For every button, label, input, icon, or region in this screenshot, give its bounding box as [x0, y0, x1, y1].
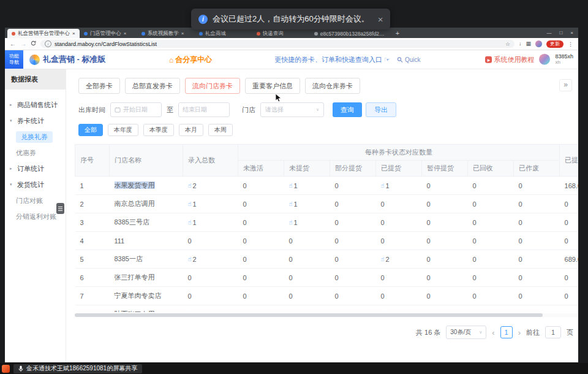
refresh-button[interactable] [31, 40, 36, 47]
tab-title: 礼盒商城 [205, 30, 226, 37]
tab-close-icon[interactable]: × [72, 31, 75, 36]
cell-total: ☝1 [183, 195, 238, 213]
share-center-link[interactable]: ⌂ 合分享中心 [169, 55, 212, 65]
download-icon[interactable]: ↓ [519, 41, 522, 47]
sidebar-item-label: 发货统计 [17, 180, 44, 189]
video-tutorial-icon: ▶ [485, 56, 492, 63]
browser-tab[interactable]: 礼盒商城 [195, 29, 252, 38]
tab-close-icon[interactable]: × [124, 31, 127, 36]
content-tab[interactable]: 全部券卡 [78, 78, 120, 94]
profile-avatar[interactable] [535, 40, 542, 47]
quick-entry-link[interactable]: 更快捷的券卡、订单和快递查询入口 ☞ Quick [274, 55, 420, 64]
notification-close-icon[interactable]: × [378, 14, 383, 25]
tutorial-link[interactable]: ▶ 系统使用教程 [485, 55, 534, 64]
content-tab[interactable]: 流向仓库券卡 [305, 78, 360, 94]
status-col-header: 未提货 [284, 161, 330, 177]
tab-title: 礼盒营销平台管理中心 [18, 30, 70, 37]
card-count-link[interactable]: ☝1 [289, 219, 298, 226]
card-count-link[interactable]: ☝1 [188, 200, 197, 208]
card-count-link[interactable]: ☝1 [289, 182, 298, 189]
card-count-link[interactable]: ☝2 [381, 256, 390, 263]
screen-share-bar: 金禾通技术王斌18662591081的屏幕共享 [0, 363, 588, 374]
tab-close-icon[interactable]: × [181, 31, 184, 36]
browser-tab[interactable]: 礼盒营销平台管理中心× [7, 29, 80, 38]
browser-tab[interactable]: 系统视频教学× [137, 29, 195, 38]
end-date-input[interactable]: 结束日期 [178, 102, 230, 117]
card-count-link[interactable]: ☝5 [188, 311, 197, 312]
cell-status: 0 [376, 287, 422, 305]
screen: i 会议已超过2人，自动转为60分钟限时会议。 × 礼盒营销平台管理中心×门店管… [0, 0, 588, 374]
browser-tab[interactable]: 门店管理中心× [80, 29, 137, 38]
prev-page-button[interactable]: ‹ [492, 328, 494, 337]
address-bar[interactable]: i standard.maboy.cn/CardFlowStatisticsLi… [40, 40, 514, 48]
card-count-link[interactable]: ☝1 [188, 219, 197, 226]
sidebar-item[interactable]: ▾券卡统计 [5, 113, 66, 129]
user-avatar[interactable] [539, 54, 550, 65]
status-col-header: 已作废 [514, 161, 560, 177]
card-count-link[interactable]: ☝4 [381, 311, 390, 312]
sidebar-item-label: 券卡统计 [17, 116, 44, 126]
content-tab[interactable]: 流向门店券卡 [185, 78, 240, 94]
browser-update-button[interactable]: 更新 [546, 40, 564, 48]
chevron-down-icon: ∨ [316, 107, 319, 112]
quick-range-chip[interactable]: 本年度 [108, 124, 138, 136]
page-number-current[interactable]: 1 [500, 326, 513, 338]
browser-tab[interactable]: 快递查询 [252, 29, 310, 38]
quick-label: Quick [405, 56, 421, 63]
quick-range-chip[interactable]: 全部 [78, 124, 103, 136]
quick-range-chip[interactable]: 本月 [179, 124, 203, 136]
quick-range-chip[interactable]: 本周 [208, 124, 233, 136]
scrollbar-thumb[interactable] [75, 313, 543, 317]
tabs-overflow-button[interactable]: » [559, 79, 572, 91]
extensions-icon[interactable]: ▦ [526, 41, 531, 47]
goto-page-input[interactable]: 1 [545, 326, 561, 338]
quick-search[interactable]: Quick [397, 56, 421, 63]
back-button[interactable]: ← [10, 41, 16, 47]
card-count-value: 1 [193, 219, 197, 226]
sidebar-collapse-handle[interactable] [56, 203, 64, 214]
card-count-link[interactable]: ☝1 [289, 200, 298, 208]
sidebar-item[interactable]: ▾发货统计 [5, 177, 66, 193]
export-button[interactable]: 导出 [366, 102, 396, 117]
sidebar-item[interactable]: ▸订单统计 [5, 161, 66, 177]
window-minimize-button[interactable]: — [546, 30, 551, 36]
bookmark-star-icon[interactable]: ☆ [505, 41, 510, 47]
main-content: 全部券卡总部直发券卡流向门店券卡重要客户信息流向仓库券卡 » 出库时间 开始日期… [66, 69, 578, 362]
search-button[interactable]: 查询 [333, 102, 362, 117]
mouse-cursor [275, 93, 282, 105]
page-size-select[interactable]: 30条/页 ∨ [446, 326, 486, 339]
content-tab[interactable]: 重要客户信息 [245, 78, 300, 94]
cell-status: 0 [514, 305, 560, 313]
cell-total: ☝5 [183, 305, 238, 313]
table-row: 1水果发货专用☝20☝10☝1000168.0 [75, 177, 579, 195]
cell-status: 0 [376, 213, 422, 232]
sidebar-subitem[interactable]: 兑换礼券 [5, 129, 66, 145]
sidebar-item[interactable]: ▸商品销售统计 [5, 97, 66, 113]
browser-tab[interactable]: e8c573980b1328a258fd2a6f [310, 29, 391, 38]
store-select[interactable]: 请选择 ∨ [260, 102, 324, 117]
quick-range-chip[interactable]: 本季度 [143, 124, 174, 136]
goto-label: 前往 [526, 328, 540, 337]
card-count-link[interactable]: ☝2 [188, 182, 197, 189]
sidebar-subitem[interactable]: 优惠券 [5, 145, 66, 161]
next-page-button[interactable]: › [518, 328, 521, 337]
cell-seq: 5 [75, 250, 110, 269]
window-maximize-button[interactable]: □ [559, 30, 562, 36]
window-close-button[interactable]: × [570, 30, 573, 36]
sidebar-title: 数据报表 [5, 69, 66, 90]
function-nav-button[interactable]: 功能 导航 [5, 50, 23, 69]
forward-button[interactable]: → [20, 41, 26, 47]
horizontal-scrollbar[interactable] [75, 313, 578, 317]
table-row: 6张三打单专用000000000 [75, 269, 579, 287]
card-count-link[interactable]: ☝2 [188, 256, 197, 263]
table-row: 7宁夏羊肉专卖店000000000 [75, 287, 579, 305]
meeting-app-icon[interactable] [2, 365, 10, 373]
new-tab-button[interactable]: + [396, 29, 399, 37]
screen-share-indicator[interactable]: 金禾通技术王斌18662591081的屏幕共享 [13, 364, 142, 373]
site-info-icon[interactable]: i [45, 40, 51, 47]
cell-status: 0 [422, 213, 468, 232]
content-tab[interactable]: 总部直发券卡 [125, 78, 180, 94]
card-count-link[interactable]: ☝1 [381, 182, 390, 189]
browser-menu-icon[interactable]: ⋮ [568, 41, 573, 47]
start-date-input[interactable]: 开始日期 [110, 102, 162, 117]
